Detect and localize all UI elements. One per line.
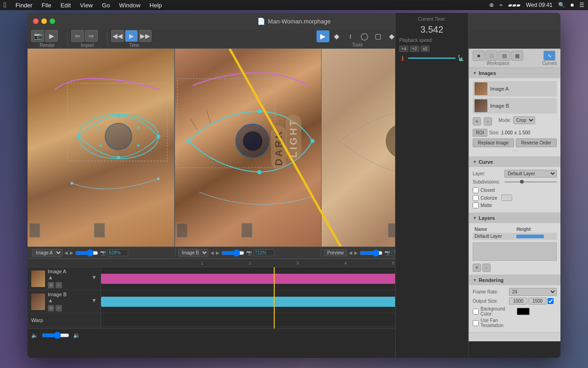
- output-size-label: Output Size:: [473, 299, 507, 304]
- maximize-button[interactable]: [50, 18, 55, 24]
- preview-btn[interactable]: Preview: [324, 249, 347, 256]
- track-label-image-a: Image A ▲ ▼ ⚙ ✓: [28, 267, 101, 290]
- remove-image-btn[interactable]: -: [484, 117, 492, 126]
- image-thumb-b: [475, 99, 487, 112]
- menu-edit[interactable]: Edit: [57, 2, 74, 9]
- closed-checkbox[interactable]: [473, 187, 479, 193]
- colorize-checkbox[interactable]: [473, 195, 479, 201]
- timeline-playhead[interactable]: [274, 267, 275, 328]
- output-height-input[interactable]: [528, 298, 547, 305]
- menu-bar:  Finder File Edit View Go Window Help ⊕…: [0, 0, 588, 10]
- lock-aspect-checkbox[interactable]: [548, 298, 554, 304]
- bg-color-swatch[interactable]: [517, 308, 530, 315]
- colorize-swatch[interactable]: [501, 195, 512, 201]
- menu-window[interactable]: Window: [115, 2, 144, 9]
- menu-view[interactable]: View: [76, 2, 96, 9]
- layout-1-btn[interactable]: ■: [473, 51, 485, 61]
- frame-rate-select[interactable]: 24: [509, 288, 557, 296]
- svg-point-5: [117, 155, 120, 159]
- panel-b-zoom-slider[interactable]: [221, 249, 244, 257]
- render-btn[interactable]: 📷: [31, 30, 44, 42]
- panel-b-image-select[interactable]: Image B: [178, 249, 209, 257]
- track-b-scroll-up[interactable]: ▲: [48, 297, 53, 304]
- curve-tool[interactable]: ≀: [344, 30, 357, 42]
- image-item-b[interactable]: Image B: [473, 98, 557, 114]
- bg-color-checkbox[interactable]: [473, 309, 479, 315]
- ellipse-tool[interactable]: ◯: [358, 30, 371, 42]
- panel-b-slider[interactable]: [221, 249, 244, 257]
- curve-body: Layer: Default Layer Subdivisions: Clo: [469, 167, 560, 213]
- panel-a-slider[interactable]: [75, 249, 98, 257]
- frame-rate-label: Frame Rate:: [473, 289, 507, 294]
- select-tool[interactable]: ▶: [317, 30, 329, 42]
- panel-image-a[interactable]: [28, 49, 175, 247]
- bg-color-row: Background Color:: [473, 306, 557, 316]
- import-right-btn[interactable]: ⇨: [85, 30, 98, 42]
- mode-select[interactable]: Crop: [513, 116, 535, 124]
- add-image-btn[interactable]: +: [473, 117, 481, 126]
- roi-btn[interactable]: ROI: [473, 129, 487, 137]
- menu-help[interactable]: Help: [146, 2, 166, 9]
- close-button[interactable]: [33, 18, 39, 24]
- minimize-button[interactable]: [41, 18, 47, 24]
- output-width-input[interactable]: [509, 298, 527, 305]
- apple-menu[interactable]: : [4, 1, 6, 9]
- menu-finder[interactable]: Finder: [12, 2, 36, 9]
- camera-btn[interactable]: ▶: [45, 30, 58, 42]
- panel-preview-zoom-slider[interactable]: [360, 249, 383, 257]
- panel-a-zoom-slider[interactable]: [75, 249, 98, 257]
- layout-3-btn[interactable]: ▤: [498, 51, 510, 61]
- rewind-btn[interactable]: ◀◀: [111, 30, 124, 42]
- footer-vol-high-icon: 🔉: [73, 332, 80, 339]
- footer-vol-icon: 🔈: [31, 332, 38, 339]
- forward-btn[interactable]: ▶▶: [139, 30, 152, 42]
- layer-row-default[interactable]: Default Layer: [473, 233, 557, 240]
- ruler-mark-3: 3: [274, 261, 322, 265]
- svg-point-2: [77, 135, 80, 138]
- track-a-scroll-up[interactable]: ▲: [48, 274, 53, 281]
- play-btn[interactable]: ▶: [125, 30, 138, 42]
- images-section-header[interactable]: ▼ Images: [469, 68, 560, 78]
- subdivisions-slider[interactable]: [504, 181, 557, 183]
- layout-2-btn[interactable]: □: [486, 51, 498, 61]
- layout-4-btn[interactable]: ▦: [511, 51, 523, 61]
- images-section: ▼ Images Image A: [469, 68, 560, 157]
- search-icon[interactable]: 🔍: [558, 2, 565, 8]
- user-icon[interactable]: ■: [571, 2, 574, 8]
- panel-preview-slider[interactable]: [360, 249, 383, 257]
- panel-a-zoom: 628%: [107, 249, 128, 256]
- menu-extra[interactable]: ☰: [579, 2, 584, 8]
- layers-table: Name Height Default Layer: [473, 226, 557, 240]
- tools-section: ▶ ◆ ≀ ◯ ▢ ◆ Tools: [317, 30, 398, 47]
- track-b-scroll-down[interactable]: ▼: [91, 297, 97, 304]
- menu-go[interactable]: Go: [98, 2, 113, 9]
- reverse-order-btn[interactable]: Reverse Order: [516, 138, 557, 147]
- layer-select[interactable]: Default Layer: [504, 170, 557, 178]
- add-layer-btn[interactable]: +: [473, 264, 481, 272]
- track-a-check[interactable]: ✓: [56, 282, 62, 288]
- panel-image-b[interactable]: DARK LIGHT: [175, 49, 322, 247]
- track-b-gear[interactable]: ⚙: [48, 305, 54, 311]
- import-left-btn[interactable]: ⇦: [71, 30, 84, 42]
- timeline-zoom-slider[interactable]: [42, 332, 69, 339]
- matte-checkbox[interactable]: [473, 202, 479, 208]
- replace-image-btn[interactable]: Replace Image: [473, 138, 514, 147]
- layers-section-header[interactable]: ▼ Layers: [469, 213, 560, 223]
- rect-tool[interactable]: ▢: [372, 30, 384, 42]
- track-b-check[interactable]: ✓: [56, 305, 62, 311]
- menu-file[interactable]: File: [38, 2, 55, 9]
- track-a-scroll-down[interactable]: ▼: [91, 274, 97, 281]
- points-tool[interactable]: ◆: [330, 30, 343, 42]
- image-item-a[interactable]: Image A: [473, 81, 557, 97]
- remove-layer-btn[interactable]: -: [482, 264, 491, 272]
- track-a-gear[interactable]: ⚙: [48, 282, 54, 288]
- fan-tess-checkbox[interactable]: [473, 320, 479, 326]
- curve-section-header[interactable]: ▼ Curve: [469, 157, 560, 167]
- workspace-toolbar: ■ □ ▤ ▦ Workspace ∿ Curves: [469, 49, 560, 68]
- closed-checkbox-row: Closed: [473, 187, 557, 193]
- curves-label: Curves: [542, 61, 557, 66]
- curves-btn[interactable]: ∿: [543, 51, 555, 61]
- panel-a-image-select[interactable]: Image A: [32, 249, 62, 257]
- rendering-section-header[interactable]: ▼ Rendering: [469, 275, 560, 285]
- rendering-title: Rendering: [479, 277, 503, 283]
